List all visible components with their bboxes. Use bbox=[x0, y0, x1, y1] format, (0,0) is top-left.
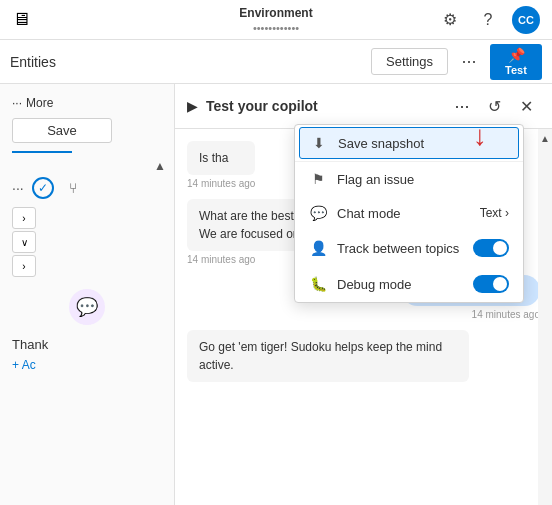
sidebar-more-row: ··· More bbox=[0, 92, 174, 114]
environment-title: Environment bbox=[239, 6, 312, 20]
left-sidebar: ··· More Save ▲ ··· ✓ ⑂ › ∨ › 💬 bbox=[0, 84, 175, 505]
sidebar-arrow-right: ▲ bbox=[0, 159, 174, 173]
debug-toggle-switch[interactable] bbox=[473, 275, 509, 293]
collapse-arrow-icon: ▶ bbox=[187, 98, 198, 114]
message-time-3: 14 minutes ago bbox=[402, 309, 540, 320]
dropdown-item-track[interactable]: 👤 Track between topics bbox=[295, 230, 523, 266]
more-label: More bbox=[26, 96, 53, 110]
dropdown-item-debug[interactable]: 🐛 Debug mode bbox=[295, 266, 523, 302]
arrow-down-btn[interactable]: ∨ bbox=[12, 231, 36, 253]
environment-subtitle: •••••••••••• bbox=[253, 22, 299, 34]
sidebar-ellipsis: ··· bbox=[12, 96, 22, 110]
save-snapshot-label: Save snapshot bbox=[338, 136, 508, 151]
refresh-icon[interactable]: ↺ bbox=[480, 92, 508, 120]
is-that-text: Is tha bbox=[199, 151, 228, 165]
chat-icon: 💬 bbox=[69, 289, 105, 325]
dropdown-item-chat-mode[interactable]: 💬 Chat mode Text › bbox=[295, 196, 523, 230]
top-bar-icons: ⚙ ? CC bbox=[436, 6, 540, 34]
entities-label: Entities bbox=[10, 54, 371, 70]
add-ac-row[interactable]: + Ac bbox=[0, 356, 174, 374]
panel-icon-btns: ··· ↺ ✕ bbox=[448, 92, 540, 120]
header-row: Entities Settings ··· 📌 Test bbox=[0, 40, 552, 84]
panel-ellipsis-button[interactable]: ··· bbox=[448, 92, 476, 120]
chat-icon-area: 💬 bbox=[0, 281, 174, 333]
right-panel: ▶ Test your copilot ··· ↺ ✕ ▲ Is tha 14 … bbox=[175, 84, 552, 505]
sidebar-blue-line bbox=[12, 151, 72, 153]
chat-mode-right: Text › bbox=[480, 206, 509, 220]
debug-toggle[interactable] bbox=[473, 275, 509, 293]
track-label: Track between topics bbox=[337, 241, 463, 256]
test-label: Test bbox=[505, 64, 527, 76]
track-icon: 👤 bbox=[309, 240, 327, 256]
message-time-1: 14 minutes ago bbox=[187, 178, 255, 189]
sidebar-ellipsis-2: ··· bbox=[12, 180, 24, 196]
track-toggle-switch[interactable] bbox=[473, 239, 509, 257]
flag-icon: ⚑ bbox=[309, 171, 327, 187]
flag-label: Flag an issue bbox=[337, 172, 509, 187]
scrollbar[interactable]: ▲ bbox=[538, 129, 552, 505]
chat-mode-label: Chat mode bbox=[337, 206, 470, 221]
save-button[interactable]: Save bbox=[12, 118, 112, 143]
message-4: Go get 'em tiger! Sudoku helps keep the … bbox=[187, 330, 469, 382]
close-icon[interactable]: ✕ bbox=[512, 92, 540, 120]
arrow-btn-row-1: › bbox=[12, 207, 162, 229]
debug-label: Debug mode bbox=[337, 277, 463, 292]
top-bar: 🖥 Environment •••••••••••• ⚙ ? CC bbox=[0, 0, 552, 40]
settings-button[interactable]: Settings bbox=[371, 48, 448, 75]
circle-check-icon: ✓ bbox=[32, 177, 54, 199]
chat-mode-icon: 💬 bbox=[309, 205, 327, 221]
ellipsis-button[interactable]: ··· bbox=[454, 47, 484, 77]
arrow-btn-row-3: › bbox=[12, 255, 162, 277]
thank-row: Thank bbox=[0, 333, 174, 356]
test-pin-icon: 📌 bbox=[508, 47, 525, 63]
dropdown-item-save-snapshot[interactable]: ⬇ Save snapshot bbox=[299, 127, 519, 159]
message-bubble-4: Go get 'em tiger! Sudoku helps keep the … bbox=[187, 330, 469, 382]
top-bar-left-icon: 🖥 bbox=[12, 9, 30, 30]
sidebar-right-arrow: ▲ bbox=[154, 159, 166, 173]
dropdown-item-flag[interactable]: ⚑ Flag an issue bbox=[295, 162, 523, 196]
help-icon[interactable]: ? bbox=[474, 6, 502, 34]
track-toggle[interactable] bbox=[473, 239, 509, 257]
dropdown-menu: ⬇ Save snapshot ⚑ Flag an issue 💬 Chat m… bbox=[294, 124, 524, 303]
sidebar-item-row-1: ··· ✓ ⑂ bbox=[0, 173, 174, 203]
debug-icon: 🐛 bbox=[309, 276, 327, 292]
arrow-btn-row-2: ∨ bbox=[12, 231, 162, 253]
arrow-right-btn-1[interactable]: › bbox=[12, 207, 36, 229]
arrow-right-btn-2[interactable]: › bbox=[12, 255, 36, 277]
test-panel-header: ▶ Test your copilot ··· ↺ ✕ bbox=[175, 84, 552, 129]
avatar[interactable]: CC bbox=[512, 6, 540, 34]
message-bubble-1: Is tha bbox=[187, 141, 255, 175]
sidebar-save-row: Save bbox=[0, 114, 174, 147]
scroll-up-button[interactable]: ▲ bbox=[540, 133, 550, 144]
download-icon: ⬇ bbox=[310, 135, 328, 151]
test-panel-title: Test your copilot bbox=[206, 98, 440, 114]
add-ac-label: + Ac bbox=[12, 358, 36, 372]
message-1: Is tha 14 minutes ago bbox=[187, 141, 255, 189]
test-button[interactable]: 📌 Test bbox=[490, 44, 542, 80]
branch-icon: ⑂ bbox=[62, 177, 84, 199]
top-bar-center: Environment •••••••••••• bbox=[239, 6, 312, 34]
small-arrow-btns: › ∨ › bbox=[0, 203, 174, 281]
thank-label: Thank bbox=[12, 337, 48, 352]
gear-icon[interactable]: ⚙ bbox=[436, 6, 464, 34]
main-area: ··· More Save ▲ ··· ✓ ⑂ › ∨ › 💬 bbox=[0, 84, 552, 505]
